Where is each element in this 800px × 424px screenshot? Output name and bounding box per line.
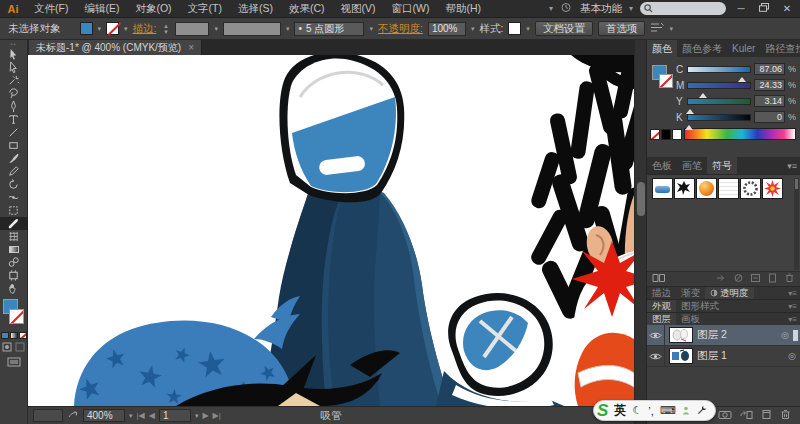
menu-file[interactable]: 文件(F) [26,0,76,17]
tab-color-guide[interactable]: 颜色参考 [677,40,727,57]
ime-fullhalf-icon[interactable]: ☾ [632,404,642,417]
close-button[interactable]: ✕ [779,1,795,17]
ime-settings-wrench-icon[interactable] [696,404,706,418]
sogou-logo-icon[interactable]: S [597,402,608,419]
eyedropper-tool[interactable] [0,217,28,230]
mesh-tool[interactable] [0,230,28,243]
symbol-options-icon[interactable] [750,273,761,285]
tab-graphic-styles[interactable]: 图形样式 [676,300,724,312]
fill-color-swatch[interactable] [80,22,93,35]
magenta-value-input[interactable]: 24.33 [754,79,785,91]
color-spectrum-bar[interactable] [684,128,796,140]
new-sublayer-icon[interactable] [740,409,753,422]
menu-edit[interactable]: 编辑(E) [76,0,127,17]
workspace-chevron-icon[interactable]: ▾ [629,4,633,13]
symbol-wreath[interactable] [740,178,761,199]
stroke-panel-link[interactable]: 描边: [133,22,157,36]
hand-tool[interactable] [0,282,28,295]
opacity-input[interactable]: 100% [428,22,466,36]
stroke-weight-stepper[interactable]: ▲▼ [161,22,170,36]
yellow-slider[interactable] [687,98,751,105]
document-setup-button[interactable]: 文档设置 [535,21,593,36]
break-link-icon[interactable] [733,273,744,285]
place-symbol-icon[interactable] [716,273,727,285]
tab-close-icon[interactable]: × [188,42,194,53]
group-menu-icon[interactable]: ▾≡ [788,287,800,299]
symbol-red-flower[interactable] [762,178,783,199]
color-stroke-swatch[interactable] [659,74,673,88]
menu-type[interactable]: 文字(T) [180,0,230,17]
rotate-tool[interactable] [0,178,28,191]
opacity-panel-link[interactable]: 不透明度: [378,22,423,36]
tab-swatches[interactable]: 色板 [647,157,677,174]
pen-tool[interactable] [0,100,28,113]
flick-pan-icon[interactable] [67,409,79,422]
magic-wand-tool[interactable] [0,74,28,87]
menu-effect[interactable]: 效果(C) [281,0,333,17]
delete-layer-icon[interactable] [780,409,791,422]
menu-select[interactable]: 选择(S) [230,0,281,17]
cyan-value-input[interactable]: 87.06 [754,63,785,75]
black-swatch[interactable] [661,129,671,140]
arrange-documents-icon[interactable]: ▾ [549,4,553,13]
stroke-weight-input[interactable] [175,22,209,36]
opacity-chevron-icon[interactable]: ▾ [471,25,475,33]
screen-mode-button[interactable] [7,357,21,369]
symbol-blue-brush[interactable] [652,178,673,199]
tab-gradient[interactable]: 渐变 [676,287,705,299]
visibility-toggle[interactable] [647,346,665,366]
new-layer-icon[interactable] [761,409,772,422]
lasso-tool[interactable] [0,87,28,100]
profile-chevron-icon[interactable]: ▾ [286,25,290,33]
menu-view[interactable]: 视图(V) [333,0,384,17]
make-clipping-mask-icon[interactable] [718,409,732,422]
workspace-switcher[interactable]: 基本功能 [580,2,622,16]
ime-toolbar[interactable]: S 英 ☾ ’, ⌨ [593,400,716,421]
fill-chevron-icon[interactable]: ▾ [98,25,102,33]
width-tool[interactable] [0,191,28,204]
stroke-weight-chevron-icon[interactable]: ▾ [214,25,218,33]
tab-transparency[interactable]: 透明度 [705,287,754,299]
paintbrush-tool[interactable] [0,152,28,165]
first-artboard-button[interactable]: |◀ [137,411,145,420]
symbols-scrollbar[interactable] [794,178,799,270]
color-mode-button[interactable] [1,332,9,339]
white-swatch[interactable] [672,129,682,140]
restore-button[interactable] [756,1,772,17]
align-options-icon[interactable] [650,22,664,35]
prev-artboard-button[interactable]: ◀ [149,411,155,420]
draw-normal-button[interactable] [2,342,12,354]
layer-row-2[interactable]: 图层 2 ◎ [647,325,800,346]
layer-row-1[interactable]: 图层 1 ◎ [647,346,800,367]
magenta-slider[interactable] [687,82,751,89]
layer-target-icon[interactable]: ◎ [784,351,800,361]
tab-color[interactable]: 颜色 [647,40,677,57]
gradient-tool[interactable] [0,243,28,256]
toolbar-grip[interactable]: •• [10,40,16,48]
preferences-button[interactable]: 首选项 [598,21,646,36]
tab-appearance[interactable]: 外观 [647,300,676,312]
tab-brushes[interactable]: 画笔 [677,157,707,174]
selection-tool[interactable] [0,48,28,61]
variable-width-profile-select[interactable] [223,22,281,36]
none-mode-button[interactable] [19,332,27,339]
zoom-level-input[interactable]: 400% [83,409,125,422]
cyan-slider[interactable] [687,66,751,73]
layer-thumbnail[interactable] [669,327,693,343]
last-artboard-button[interactable]: ▶| [213,411,221,420]
type-tool[interactable] [0,113,28,126]
tab-pathfinder[interactable]: 路径查找器 [760,40,800,57]
tab-artboards[interactable]: 画板 [676,313,705,325]
next-artboard-button[interactable]: ▶ [202,411,208,420]
align-chevron-icon[interactable]: ▾ [669,25,673,33]
artboard-chevron-icon[interactable]: ▾ [195,412,199,420]
layer-name[interactable]: 图层 1 [697,349,784,363]
style-chevron-icon[interactable]: ▾ [526,25,530,33]
layer-target-icon[interactable]: ◎ [777,330,793,340]
layer-thumbnail[interactable] [669,348,693,364]
tab-symbols[interactable]: 符号 [707,157,737,174]
none-swatch[interactable] [650,129,660,140]
layers-menu-icon[interactable]: ▾≡ [788,313,800,325]
symbol-paper[interactable] [718,178,739,199]
fill-stroke-proxy[interactable] [0,298,28,330]
